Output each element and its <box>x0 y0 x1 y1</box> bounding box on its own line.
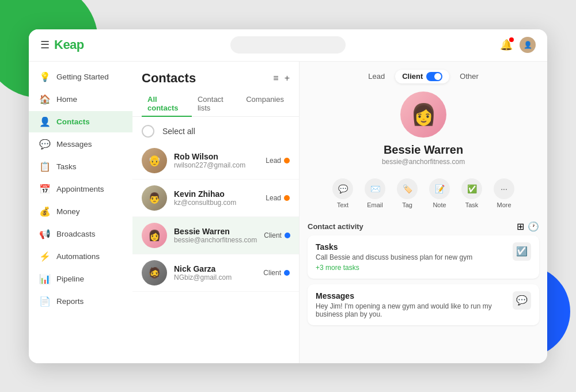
action-note[interactable]: 📝 Note <box>429 178 450 208</box>
contact-info-nick-garza: Nick Garza NGbiz@gmail.com <box>174 264 256 281</box>
topbar-center: 🔍 <box>156 36 420 54</box>
email-icon: ✉️ <box>365 178 385 199</box>
sidebar-item-appointments[interactable]: 📅 Appointments <box>29 178 132 200</box>
action-buttons: 💬 Text ✉️ Email 🏷️ Tag 📝 Note ✅ Tas <box>300 172 547 215</box>
task-icon: ✅ <box>461 178 482 199</box>
action-text[interactable]: 💬 Text <box>332 178 353 208</box>
profile-email: bessie@anchorfitness.com <box>382 158 465 166</box>
search-input[interactable] <box>230 36 346 54</box>
sidebar-item-getting-started[interactable]: 💡 Getting Started <box>29 66 132 87</box>
sidebar-item-messages[interactable]: 💬 Messages <box>29 134 132 155</box>
broadcasts-icon: 📢 <box>39 229 51 239</box>
sidebar-item-label: Pipeline <box>56 275 84 283</box>
select-all-row: Select all <box>132 117 299 142</box>
toggle-switch[interactable] <box>426 72 442 81</box>
sidebar-item-label: Contacts <box>56 117 90 126</box>
note-icon: 📝 <box>429 178 450 199</box>
tab-contact-lists[interactable]: Contact lists <box>192 92 240 117</box>
avatar-kevin-zhihao: 👨 <box>142 185 167 211</box>
contact-info-rob-wilson: Rob Wilson rwilson227@gmail.com <box>174 152 259 169</box>
sidebar-item-reports[interactable]: 📄 Reports <box>29 291 132 312</box>
toggle-other-label: Other <box>460 72 479 81</box>
contact-badge-rob: Lead <box>266 157 290 165</box>
contacts-header: Contacts ≡ + <box>132 62 299 86</box>
tab-companies[interactable]: Companies <box>240 92 290 117</box>
tasks-card-title: Tasks <box>316 242 513 252</box>
contact-list: 👴 Rob Wilson rwilson227@gmail.com Lead 👨… <box>132 142 299 363</box>
notification-icon[interactable]: 🔔 <box>500 39 513 51</box>
contact-item-nick-garza[interactable]: 🧔 Nick Garza NGbiz@gmail.com Client <box>132 254 299 292</box>
search-wrap: 🔍 <box>230 36 346 54</box>
sidebar-item-home[interactable]: 🏠 Home <box>29 89 132 110</box>
messages-activity-card: Messages Hey Jim! I'm opening a new gym … <box>308 284 539 325</box>
sidebar-item-money[interactable]: 💰 Money <box>29 201 132 222</box>
tasks-activity-card: Tasks Call Bessie and discuss business p… <box>308 235 539 279</box>
action-more[interactable]: ··· More <box>494 178 514 208</box>
contacts-title: Contacts <box>142 71 196 86</box>
sidebar-item-label: Messages <box>56 140 92 149</box>
sidebar-item-label: Broadcasts <box>56 230 96 238</box>
home-icon: 🏠 <box>39 94 51 105</box>
activity-section: Contact activity ⊞ 🕐 Tasks Call Bessie a… <box>300 215 547 333</box>
add-contact-button[interactable]: + <box>285 73 290 83</box>
activity-header: Contact activity ⊞ 🕐 <box>308 218 539 235</box>
action-email[interactable]: ✉️ Email <box>365 178 385 208</box>
tasks-card-link[interactable]: +3 more tasks <box>316 264 513 272</box>
sidebar-item-contacts[interactable]: 👤 Contacts <box>29 111 132 132</box>
grid-view-icon[interactable]: ⊞ <box>517 221 524 232</box>
sidebar-item-label: Automations <box>56 252 100 261</box>
sidebar: 💡 Getting Started 🏠 Home 👤 Contacts 💬 Me… <box>29 62 132 363</box>
contact-item-kevin-zhihao[interactable]: 👨 Kevin Zhihao kz@consultbug.com Lead <box>132 180 299 217</box>
sidebar-item-label: Appointments <box>56 185 104 193</box>
contact-item-bessie-warren[interactable]: 👩 Bessie Warren bessie@anchorfitness.com… <box>132 217 299 254</box>
avatar-bessie-warren: 👩 <box>142 223 167 248</box>
sidebar-item-automations[interactable]: ⚡ Automations <box>29 246 132 267</box>
action-tag[interactable]: 🏷️ Tag <box>397 178 418 208</box>
contact-name: Bessie Warren <box>174 227 257 236</box>
contact-email: NGbiz@gmail.com <box>174 273 256 281</box>
messages-card-icon: 💬 <box>513 291 531 310</box>
sidebar-item-label: Reports <box>56 297 84 306</box>
toggle-knob <box>434 73 441 80</box>
tasks-card-content: Tasks Call Bessie and discuss business p… <box>316 242 513 272</box>
tab-all-contacts[interactable]: All contacts <box>142 92 192 117</box>
badge-dot-blue <box>284 270 290 276</box>
toggle-client-label: Client <box>402 72 423 81</box>
contact-item-rob-wilson[interactable]: 👴 Rob Wilson rwilson227@gmail.com Lead <box>132 142 299 180</box>
reports-icon: 📄 <box>39 296 51 307</box>
contacts-tabs: All contacts Contact lists Companies <box>132 86 299 117</box>
select-all-checkbox[interactable] <box>142 125 154 138</box>
contacts-panel: Contacts ≡ + All contacts Contact lists … <box>132 62 300 363</box>
action-label: Task <box>465 201 479 208</box>
sidebar-item-tasks[interactable]: 📋 Tasks <box>29 156 132 177</box>
contact-email: bessie@anchorfitness.com <box>174 236 257 244</box>
toggle-lead[interactable]: Lead <box>361 70 392 83</box>
contact-name: Kevin Zhihao <box>174 189 259 199</box>
profile-name: Bessie Warren <box>384 143 463 157</box>
sidebar-item-pipeline[interactable]: 📊 Pipeline <box>29 268 132 290</box>
toggle-client[interactable]: Client <box>395 70 449 83</box>
user-avatar[interactable]: 👤 <box>520 37 536 53</box>
tasks-card-desc: Call Bessie and discuss business plan fo… <box>316 253 513 261</box>
select-all-label: Select all <box>162 127 195 136</box>
action-task[interactable]: ✅ Task <box>461 178 482 208</box>
sidebar-item-label: Money <box>56 207 80 216</box>
avatar-rob-wilson: 👴 <box>142 148 167 173</box>
contact-name: Rob Wilson <box>174 152 259 161</box>
sidebar-item-broadcasts[interactable]: 📢 Broadcasts <box>29 223 132 245</box>
tasks-icon: 📋 <box>39 161 51 172</box>
clock-icon[interactable]: 🕐 <box>528 221 539 232</box>
content-area: 💡 Getting Started 🏠 Home 👤 Contacts 💬 Me… <box>29 62 547 363</box>
filter-button[interactable]: ≡ <box>273 73 278 83</box>
toggle-other[interactable]: Other <box>453 70 486 83</box>
avatar-initials: 👤 <box>524 41 532 49</box>
badge-dot-orange <box>284 158 290 163</box>
action-label: Text <box>337 201 348 208</box>
contact-info-bessie-warren: Bessie Warren bessie@anchorfitness.com <box>174 227 257 244</box>
logo: Keap <box>54 37 84 52</box>
contact-info-kevin-zhihao: Kevin Zhihao kz@consultbug.com <box>174 189 259 207</box>
hamburger-icon[interactable]: ☰ <box>40 39 50 51</box>
action-label: Tag <box>402 201 412 208</box>
more-icon: ··· <box>494 178 514 199</box>
badge-label: Lead <box>266 157 281 165</box>
